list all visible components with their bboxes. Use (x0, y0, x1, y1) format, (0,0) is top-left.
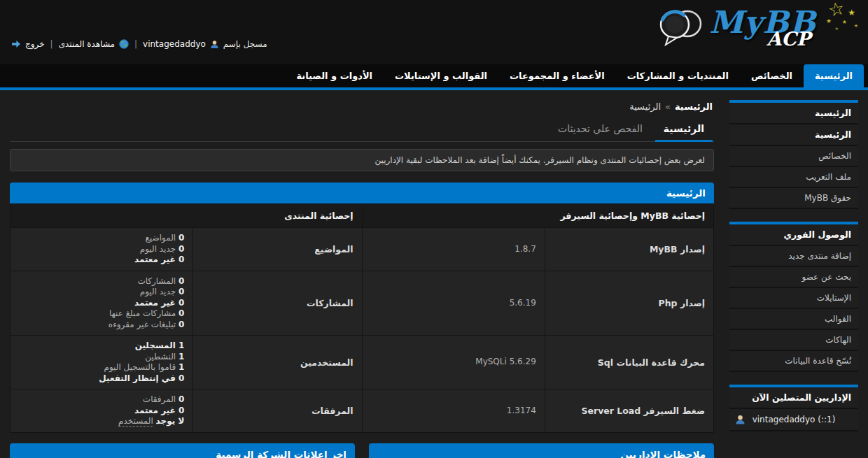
sidebar-item[interactable]: القوالب (729, 309, 858, 330)
bottom-panels: ملاحظات الإدارييناخر اعلانات الشركة الرس… (10, 443, 714, 458)
forum-stat-line: 1 النشطين (19, 352, 184, 363)
sidebar-block: الوصول الفوريإضافة منتدى جديدبحث عن عضوا… (729, 222, 858, 372)
forum-stat-line: 0 المرفقات (19, 394, 184, 406)
server-stat-value: 1.3174 (362, 389, 545, 433)
stats-row: إصدار Php5.6.19المشاركات0 المشاركات0 جدي… (10, 271, 714, 336)
sidebar-item[interactable]: vintagedaddyo (::1) (729, 409, 858, 431)
sidebar-item[interactable]: إضافة منتدى جديد (729, 246, 858, 267)
breadcrumb-current: الرئيسية (629, 101, 661, 112)
username-link[interactable]: vintagedaddyo (143, 39, 206, 49)
forum-stat-line: 0 غير معتمد (19, 406, 184, 417)
forum-stat-value: 0 المرفقات0 غير معتمدلا يوجد المستخدم (10, 389, 193, 433)
logo-bubbles-icon (657, 6, 704, 50)
mybb-acp-logo: MyBB ☆★★ ★★★ ACP (657, 6, 860, 50)
nav-tab[interactable]: الرئيسية (804, 64, 864, 87)
forum-stat-line: 1 المسجلين (19, 341, 184, 352)
forum-stat-label: المشاركات (193, 271, 362, 336)
content-tab[interactable]: الفحص علي تحديثات (550, 119, 651, 141)
forum-stat-line: 0 جديد اليوم (19, 287, 184, 298)
stats-column-header: إحصائية MyBB وإحصائية السيرفر (362, 204, 713, 228)
breadcrumb-separator: » (665, 101, 671, 112)
nav-tab[interactable]: القوالب و الإستايلات (384, 64, 498, 87)
content-area: الرئيسيةالرئيسيةالخصائصملف التعريبحقوق M… (0, 90, 868, 458)
sidebar-item[interactable]: ملف التعريب (729, 167, 858, 188)
bottom-panel-title: اخر اعلانات الشركة الرسمية (10, 443, 355, 458)
sidebar-item[interactable]: الرئيسية (729, 124, 858, 146)
server-stat-value: 1.8.7 (362, 228, 545, 271)
sidebar-block: الرئيسيةالرئيسيةالخصائصملف التعريبحقوق M… (729, 100, 858, 209)
sidebar-item[interactable]: الهاكات (729, 330, 858, 351)
nav-tab[interactable]: الأدوات و الصيانة (285, 64, 384, 87)
forum-stat-label: المواضيع (193, 228, 362, 271)
forum-stat-line: 0 المشاركات (19, 276, 184, 287)
forum-stat-line: 0 جديد اليوم (19, 244, 184, 255)
breadcrumb: الرئيسية»الرئيسية (11, 101, 713, 112)
forum-stat-line: 0 غير معتمد (19, 298, 184, 309)
forum-stat-label: المرفقات (193, 389, 362, 433)
forum-stat-line: 0 المواضيع (19, 233, 184, 244)
top-header: مسجل بإسم vintagedaddyo | مشاهدة المنتدى… (0, 0, 868, 64)
sidebar-item[interactable]: حقوق MyBB (729, 188, 858, 209)
sidebar-block-header: الرئيسية (729, 103, 858, 124)
nav-tab[interactable]: المنتديات و المشاركات (616, 64, 740, 87)
sidebar-item[interactable]: نُسّخ قاعدة البيانات (729, 351, 858, 372)
stats-panel-title: الرئيسية (10, 183, 714, 203)
sidebar-block-header: الوصول الفوري (729, 224, 858, 246)
nav-tab[interactable]: الخصائص (740, 64, 804, 87)
bottom-panel: ملاحظات الإداريين (369, 443, 714, 458)
sidebar-item-label: vintagedaddyo (::1) (752, 415, 836, 424)
forum-stat-value: 1 المسجلين1 النشطين1 قاموا بالتسجيل اليو… (10, 336, 193, 389)
server-stat-value: 5.6.19 (362, 271, 545, 336)
view-forum-link[interactable]: مشاهدة المنتدى (59, 39, 115, 49)
server-stat-label: محرك قاعدة البيانات Sql (545, 336, 713, 389)
forum-stat-value: 0 المشاركات0 جديد اليوم0 غير معتمد0 مشار… (10, 271, 193, 336)
server-stat-label: إصدار MyBB (545, 228, 713, 271)
logo-stars-icon: ☆★★ ★★★ (818, 3, 860, 43)
bottom-panel: اخر اعلانات الشركة الرسمية (10, 443, 355, 458)
globe-icon (119, 39, 129, 49)
breadcrumb-root[interactable]: الرئيسية (675, 101, 713, 112)
sidebar-item[interactable]: الخصائص (729, 146, 858, 167)
forum-stat-line: 0 تبليغات غير مقروءه (19, 320, 184, 331)
logout-arrow-icon[interactable] (11, 40, 21, 48)
stats-row: إصدار MyBB1.8.7المواضيع0 المواضيع0 جديد … (10, 228, 714, 271)
forum-stat-line: لا يوجد المستخدم (19, 416, 184, 427)
userbar-separator: | (134, 39, 137, 49)
sidebar-item[interactable]: بحث عن عضو (729, 267, 858, 288)
nav-tab[interactable]: الأعضاء و المجموعات (498, 64, 616, 87)
sidebar-item[interactable]: الإستايلات (729, 288, 858, 309)
userbar-separator-2: | (50, 39, 53, 49)
sidebar-block: الإداريين المتصلين الآنvintagedaddyo (::… (729, 385, 858, 431)
stats-row: ضغط السيرفر Server Load1.3174المرفقات0 ا… (10, 389, 714, 433)
stats-row: محرك قاعدة البيانات SqlMySQLi 5.6.29المس… (10, 336, 714, 389)
forum-stat-value: 0 المواضيع0 جديد اليوم0 غير معتمد (10, 228, 193, 271)
server-stat-label: إصدار Php (545, 271, 713, 336)
content-tab[interactable]: الرئيسية (655, 119, 713, 142)
forum-stat-line: 0 مشاركات مبلغ عنها (19, 308, 184, 320)
server-stat-value: MySQLi 5.6.29 (362, 336, 545, 389)
stats-table: إحصائية MyBB وإحصائية السيرفرإحصائية الم… (10, 203, 714, 433)
stats-column-header: إحصائية المنتدى (10, 204, 363, 228)
forum-stat-label: المستخدمين (193, 336, 362, 389)
logout-link[interactable]: خروج (25, 39, 45, 49)
logged-in-as-label: مسجل بإسم (223, 39, 267, 49)
description-box: لعرض بعض إحصائيات المنتدى ونظام السيرفر.… (10, 149, 714, 171)
server-stat-label: ضغط السيرفر Server Load (545, 389, 713, 433)
user-icon (210, 40, 219, 49)
stats-panel: الرئيسية إحصائية MyBB وإحصائية السيرفرإح… (10, 183, 714, 433)
bottom-panel-title: ملاحظات الإداريين (369, 443, 714, 458)
main-nav: الرئيسيةالخصائصالمنتديات و المشاركاتالأع… (0, 64, 868, 90)
content-tabs: الرئيسيةالفحص علي تحديثات (10, 119, 714, 142)
forum-stat-line: 0 غير معتمد (19, 255, 184, 266)
main-column: الرئيسية»الرئيسية الرئيسيةالفحص علي تحدي… (10, 100, 714, 458)
forum-stat-line: 1 قاموا بالتسجيل اليوم (19, 362, 184, 373)
sidebar: الرئيسيةالرئيسيةالخصائصملف التعريبحقوق M… (729, 100, 858, 444)
sidebar-block-header: الإداريين المتصلين الآن (729, 387, 858, 409)
forum-stat-line: 0 في إنتظار التفعيل (19, 373, 184, 385)
user-bar: مسجل بإسم vintagedaddyo | مشاهدة المنتدى… (11, 39, 267, 49)
